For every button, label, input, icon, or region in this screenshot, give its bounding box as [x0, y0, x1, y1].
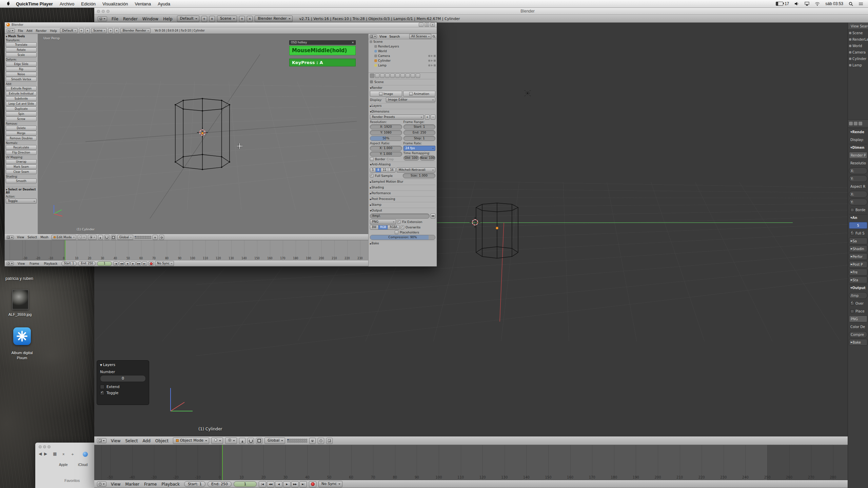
- orientation-dropdown[interactable]: Global: [117, 235, 134, 240]
- minimize-button[interactable]: –: [419, 23, 423, 27]
- end-frame-field[interactable]: End: 250: [208, 481, 232, 487]
- tab-particles[interactable]: [416, 74, 420, 78]
- resolution-percentage-slider[interactable]: 50%: [370, 136, 402, 141]
- manipulator-rotate[interactable]: [104, 235, 110, 240]
- tool-button[interactable]: Transform:: [6, 39, 37, 42]
- manipulator-scale[interactable]: [111, 235, 116, 240]
- play-button[interactable]: ▶: [131, 261, 136, 266]
- tool-button[interactable]: Remove Doubles: [6, 136, 37, 141]
- prev-keyframe-button[interactable]: ◀◀: [267, 481, 274, 487]
- maximize-button[interactable]: □: [425, 23, 429, 27]
- tool-button[interactable]: Recalculate: [6, 145, 37, 150]
- start-frame-field[interactable]: Start: 1: [184, 481, 205, 487]
- tab-data[interactable]: [400, 74, 405, 78]
- info-menu[interactable]: Render: [34, 29, 48, 33]
- tab-scene[interactable]: [375, 74, 379, 78]
- video-title-bar[interactable]: Blender – □ ×: [5, 22, 437, 27]
- add-layout-button[interactable]: +: [201, 16, 207, 22]
- orientation-dropdown[interactable]: Global: [264, 438, 285, 444]
- properties-row[interactable]: PNG: [849, 316, 867, 322]
- properties-row[interactable]: Rende: [849, 128, 867, 135]
- tool-button[interactable]: Extrude Individual: [6, 91, 37, 96]
- tab-texture[interactable]: [411, 74, 415, 78]
- renderability-icon[interactable]: [434, 60, 436, 62]
- screen-layout-dropdown[interactable]: Default: [60, 28, 78, 33]
- outliner-item[interactable]: World: [369, 49, 437, 54]
- apple-menu[interactable]: [4, 1, 13, 7]
- render-engine-dropdown[interactable]: Blender Render: [120, 28, 151, 33]
- compression-slider[interactable]: Compression: 90%: [370, 235, 435, 240]
- properties-row[interactable]: Full S: [849, 230, 867, 237]
- notification-center-icon[interactable]: [859, 2, 863, 6]
- editor-type-icon[interactable]: [6, 236, 14, 239]
- editor-type-icon[interactable]: [370, 35, 377, 38]
- tool-button[interactable]: Scale: [6, 53, 37, 57]
- properties-row[interactable]: Post P: [849, 261, 867, 268]
- properties-row[interactable]: Color De: [849, 323, 867, 330]
- add-icon[interactable]: ＋: [71, 451, 75, 457]
- menu-bar-clock[interactable]: sáb 03:53: [825, 1, 843, 6]
- timeline-menu[interactable]: Playback: [159, 482, 182, 487]
- play-reverse-button[interactable]: ◀: [275, 481, 282, 487]
- panel-performance[interactable]: Performance: [370, 190, 435, 196]
- aa-samples-button[interactable]: 16: [388, 168, 395, 172]
- close-button[interactable]: ×: [430, 23, 435, 27]
- zoom-button[interactable]: [47, 445, 51, 448]
- file-format-dropdown[interactable]: PNG: [370, 219, 396, 224]
- channels-rgba-button[interactable]: RGBA: [388, 225, 399, 229]
- render-opengl-button[interactable]: [318, 438, 324, 444]
- volume-icon[interactable]: [794, 2, 799, 6]
- timeline-menu[interactable]: Frame: [142, 482, 159, 487]
- output-path-field[interactable]: /tmp\: [370, 214, 430, 219]
- viewport-menu[interactable]: Add: [140, 439, 153, 443]
- properties-tab-icon[interactable]: [854, 122, 857, 125]
- panel-shading[interactable]: Shading: [370, 185, 435, 190]
- properties-row[interactable]: An: [849, 214, 867, 221]
- visibility-eye-icon[interactable]: [428, 60, 430, 62]
- properties-row[interactable]: Y:: [849, 199, 867, 205]
- properties-row[interactable]: Place: [849, 308, 867, 314]
- tool-button[interactable]: Normals:: [6, 142, 37, 145]
- current-frame-field[interactable]: 1: [234, 481, 257, 487]
- remove-preset-button[interactable]: −: [431, 115, 435, 120]
- add-layout-button[interactable]: +: [79, 28, 84, 33]
- tool-button[interactable]: Subdivide: [6, 96, 37, 101]
- tool-button[interactable]: Deform:: [6, 58, 37, 61]
- outliner-menu[interactable]: View: [378, 35, 388, 38]
- properties-row[interactable]: Aspect R: [849, 183, 867, 190]
- properties-row[interactable]: Resolutio: [849, 160, 867, 166]
- record-button[interactable]: [149, 261, 154, 266]
- outliner-item[interactable]: Scene: [848, 30, 868, 36]
- editor-type-icon[interactable]: [6, 262, 14, 265]
- current-frame-field[interactable]: 1: [97, 261, 112, 266]
- placeholders-checkbox[interactable]: [395, 230, 398, 234]
- globe-icon[interactable]: [83, 452, 88, 457]
- outliner-filter-dropdown[interactable]: All Scenes: [409, 34, 431, 39]
- scene-dropdown[interactable]: Scene: [91, 28, 107, 33]
- next-keyframe-button[interactable]: ▶▶: [291, 481, 299, 487]
- back-icon[interactable]: ◀: [39, 451, 42, 456]
- render-engine-dropdown[interactable]: Blender Render: [255, 16, 292, 22]
- mode-dropdown[interactable]: Edit Mode: [52, 235, 76, 240]
- timeline[interactable]: -50-40-30-20-100102030405060708090100110…: [94, 445, 848, 480]
- add-scene-button[interactable]: +: [108, 28, 113, 33]
- viewport-menu[interactable]: Select: [26, 236, 39, 239]
- render-animation-button[interactable]: Animation: [403, 91, 435, 97]
- tab-object[interactable]: [385, 74, 390, 78]
- wifi-icon[interactable]: [815, 2, 820, 6]
- panel-output[interactable]: Output: [370, 208, 435, 213]
- tool-button[interactable]: Duplicate: [6, 106, 37, 111]
- properties-row[interactable]: Bake: [849, 339, 867, 346]
- properties-row[interactable]: 5: [849, 222, 867, 229]
- info-menu[interactable]: Render: [121, 17, 140, 21]
- pivot-dropdown[interactable]: [88, 235, 97, 240]
- panel-dimensions[interactable]: Dimensions: [370, 109, 435, 114]
- tool-button[interactable]: Screw: [6, 117, 37, 121]
- pixum-label-line1[interactable]: Album digital: [4, 351, 40, 355]
- tool-button[interactable]: Add:: [6, 83, 37, 86]
- outliner-item[interactable]: RenderLayers: [848, 36, 868, 43]
- jump-to-end-button[interactable]: ▶|: [142, 261, 147, 266]
- properties-tab-icon[interactable]: [849, 122, 853, 125]
- menu-bar-item[interactable]: Visualización: [99, 1, 132, 6]
- close-button[interactable]: [97, 10, 100, 13]
